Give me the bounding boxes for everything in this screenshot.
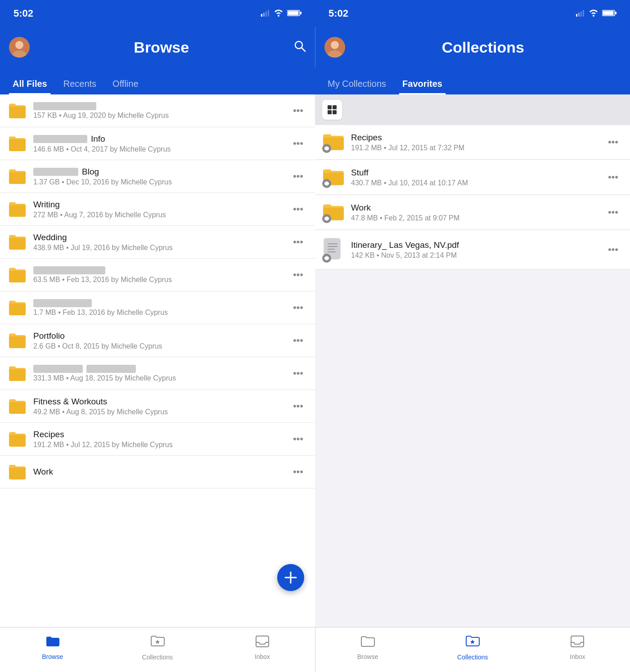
file-info: Wedding 438.9 MB • Jul 19, 2016 by Miche… — [33, 233, 288, 252]
time-right: 5:02 — [328, 8, 576, 19]
file-name: Stuff — [351, 168, 603, 178]
tab-bar: Browse Collections Inbox Browse — [0, 627, 630, 672]
file-meta: 146.6 MB • Oct 4, 2017 by Michelle Cypru… — [33, 145, 288, 153]
more-button[interactable]: ••• — [603, 241, 623, 258]
more-button[interactable]: ••• — [288, 135, 308, 152]
tab-label: Browse — [357, 653, 378, 660]
file-name: Fitness & Workouts — [33, 397, 288, 407]
header-row: Browse Collections — [0, 27, 630, 67]
more-button[interactable]: ••• — [603, 169, 623, 186]
tab-recents[interactable]: Recents — [55, 79, 104, 94]
search-icon[interactable] — [293, 40, 306, 55]
list-item[interactable]: ████████████ 63.5 MB • Feb 13, 2016 by M… — [0, 259, 315, 291]
avatar-right[interactable] — [324, 37, 345, 58]
svg-rect-10 — [583, 10, 584, 17]
list-item[interactable]: Portfolio 2.6 GB • Oct 8, 2015 by Michel… — [0, 324, 315, 357]
tab-all-files[interactable]: All Files — [4, 79, 55, 94]
folder-icon — [7, 101, 27, 121]
tab-bar-collections-left[interactable]: Collections — [105, 627, 210, 672]
list-item[interactable]: Work ••• — [0, 456, 315, 488]
list-item[interactable]: ██████ ██████ 331.3 MB • Aug 18, 2015 by… — [0, 357, 315, 390]
tab-my-collections[interactable]: My Collections — [320, 79, 394, 94]
list-item[interactable]: ████████ 1.7 MB • Feb 13, 2016 by Michel… — [0, 291, 315, 324]
more-button[interactable]: ••• — [288, 266, 308, 283]
wifi-icon-right — [589, 8, 598, 19]
tab-bar-inbox-left[interactable]: Inbox — [210, 627, 315, 672]
status-bar-left: 5:02 — [0, 0, 315, 27]
svg-rect-9 — [580, 11, 582, 17]
tab-label: Inbox — [570, 653, 585, 660]
more-button[interactable]: ••• — [603, 134, 623, 151]
file-meta: 191.2 MB • Jul 12, 2015 by Michelle Cypr… — [33, 441, 288, 449]
shared-badge — [322, 254, 331, 263]
battery-icon-right — [602, 8, 616, 19]
file-info: Portfolio 2.6 GB • Oct 8, 2015 by Michel… — [33, 331, 288, 350]
grid-toggle-bar — [315, 94, 630, 125]
list-item[interactable]: ████████ 157 KB • Aug 19, 2020 by Michel… — [0, 94, 315, 127]
collections-title: Collections — [345, 39, 621, 56]
file-name: ████████████ — [33, 266, 288, 274]
avatar-left[interactable] — [9, 37, 30, 58]
file-meta: 430.7 MB • Jul 10, 2014 at 10:17 AM — [351, 179, 603, 187]
list-item[interactable]: ████████ Info 146.6 MB • Oct 4, 2017 by … — [0, 127, 315, 160]
list-item[interactable]: ████ Blog 1.37 GB • Dec 10, 2016 by Mich… — [0, 160, 315, 193]
file-name: ██████ ██████ — [33, 365, 288, 373]
list-item[interactable]: Wedding 438.9 MB • Jul 19, 2016 by Miche… — [0, 226, 315, 259]
file-info: ████████ Info 146.6 MB • Oct 4, 2017 by … — [33, 134, 288, 153]
more-button[interactable]: ••• — [288, 102, 308, 119]
pdf-icon-wrap — [322, 237, 345, 262]
list-item[interactable]: Fitness & Workouts 49.2 MB • Aug 8, 2015… — [0, 390, 315, 423]
grid-view-button[interactable] — [322, 100, 342, 120]
inbox-icon — [255, 635, 270, 651]
header-right: Collections — [315, 27, 630, 67]
more-button[interactable]: ••• — [288, 332, 308, 349]
more-button[interactable]: ••• — [288, 299, 308, 316]
list-item[interactable]: Itinerary_ Las Vegas, NV.pdf 142 KB • No… — [315, 230, 630, 269]
list-item[interactable]: Writing 272 MB • Aug 7, 2016 by Michelle… — [0, 193, 315, 226]
file-info: Work — [33, 467, 288, 477]
tab-bar-browse-right[interactable]: Browse — [315, 627, 420, 672]
file-name: ████ Blog — [33, 167, 288, 177]
list-item[interactable]: Work 47.8 MB • Feb 2, 2015 at 9:07 PM ••… — [315, 195, 630, 230]
tab-bar-collections-right[interactable]: Collections — [420, 627, 525, 672]
star-folder-icon — [465, 635, 480, 651]
file-meta: 272 MB • Aug 7, 2016 by Michelle Cyprus — [33, 211, 288, 219]
tab-offline[interactable]: Offline — [104, 79, 146, 94]
more-button[interactable]: ••• — [288, 201, 308, 218]
tab-bar-right: Browse Collections Inbox — [315, 627, 630, 672]
list-item[interactable]: Recipes 191.2 MB • Jul 12, 2015 by Miche… — [0, 423, 315, 456]
file-meta: 157 KB • Aug 19, 2020 by Michelle Cyprus — [33, 112, 288, 120]
svg-rect-0 — [261, 14, 262, 17]
file-info: ████ Blog 1.37 GB • Dec 10, 2016 by Mich… — [33, 167, 288, 186]
folder-icon — [7, 265, 27, 285]
add-button[interactable] — [277, 564, 304, 591]
svg-rect-13 — [615, 12, 616, 14]
more-button[interactable]: ••• — [288, 430, 308, 448]
more-button[interactable]: ••• — [288, 168, 308, 185]
file-meta: 49.2 MB • Aug 8, 2015 by Michelle Cyprus — [33, 408, 288, 416]
file-meta: 1.37 GB • Dec 10, 2016 by Michelle Cypru… — [33, 178, 288, 186]
tab-favorites[interactable]: Favorites — [394, 79, 450, 94]
file-name: Work — [351, 203, 603, 213]
more-button[interactable]: ••• — [288, 398, 308, 415]
tab-bar-inbox-right[interactable]: Inbox — [525, 627, 630, 672]
more-button[interactable]: ••• — [288, 463, 308, 480]
tab-bar-browse-left[interactable]: Browse — [0, 627, 105, 672]
more-button[interactable]: ••• — [288, 365, 308, 382]
tabs-left: All Files Recents Offline — [0, 67, 315, 94]
file-info: ████████ 1.7 MB • Feb 13, 2016 by Michel… — [33, 299, 288, 317]
file-name: ████████ Info — [33, 134, 288, 144]
tab-label: Collections — [457, 654, 488, 661]
list-item[interactable]: Stuff 430.7 MB • Jul 10, 2014 at 10:17 A… — [315, 160, 630, 195]
file-name: Recipes — [33, 430, 288, 439]
svg-rect-24 — [328, 105, 332, 109]
wifi-icon — [274, 8, 284, 19]
folder-icon — [45, 635, 60, 651]
left-panel: ████████ 157 KB • Aug 19, 2020 by Michel… — [0, 94, 315, 627]
file-meta: 47.8 MB • Feb 2, 2015 at 9:07 PM — [351, 214, 603, 222]
tab-bar-left: Browse Collections Inbox — [0, 627, 315, 672]
more-button[interactable]: ••• — [603, 204, 623, 221]
file-info: ██████ ██████ 331.3 MB • Aug 18, 2015 by… — [33, 365, 288, 382]
more-button[interactable]: ••• — [288, 233, 308, 251]
list-item[interactable]: Recipes 191.2 MB • Jul 12, 2015 at 7:32 … — [315, 125, 630, 160]
